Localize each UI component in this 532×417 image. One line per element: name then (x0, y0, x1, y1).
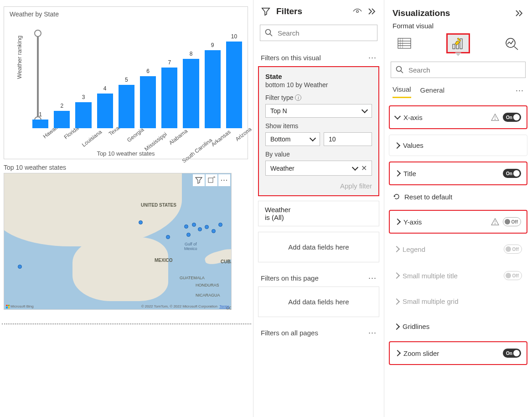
analytics-tab[interactable] (500, 33, 524, 53)
prop-xaxis-group: X-axis On (389, 105, 527, 129)
map-point[interactable] (186, 233, 191, 237)
prop-gridlines[interactable]: Gridlines (389, 316, 527, 337)
svg-point-18 (495, 119, 495, 120)
apply-filter-button[interactable]: Apply filter (265, 182, 372, 190)
filters-search[interactable] (260, 25, 377, 41)
chevron-right-icon (394, 219, 401, 225)
tab-general[interactable]: General (420, 83, 444, 98)
xaxis-toggle[interactable]: On (503, 113, 521, 122)
bar[interactable]: 6 (140, 76, 156, 128)
map-toolbar: ··· (193, 174, 230, 186)
chevron-down-icon (352, 164, 358, 170)
filter-card-weather[interactable]: Weather is (All) (258, 201, 379, 226)
bing-attribution: Microsoft Bing (6, 304, 34, 308)
clear-icon[interactable]: ✕ (361, 164, 367, 172)
prop-xaxis[interactable]: X-axis On (390, 106, 527, 128)
chart-body: Weather ranking 1Hawaii2Florida3Louisian… (15, 20, 248, 150)
filter-icon[interactable] (193, 174, 205, 186)
bar[interactable]: 4 (97, 94, 113, 128)
tab-visual[interactable]: Visual (393, 83, 411, 98)
map-point[interactable] (218, 223, 222, 227)
prop-legend: Legend Off (389, 238, 527, 260)
reset-icon (393, 193, 401, 201)
viz-mode-switcher (384, 33, 532, 60)
map-point[interactable] (18, 265, 22, 269)
chevron-down-icon (362, 107, 368, 113)
more-options-icon[interactable]: ··· (368, 53, 377, 63)
chevron-right-icon (393, 298, 400, 304)
map-point[interactable] (192, 223, 196, 227)
prop-sm-title: Small multiple title Off (389, 265, 527, 287)
zoom-toggle[interactable]: On (503, 349, 521, 358)
build-visual-tab[interactable] (393, 33, 416, 53)
map-point[interactable] (166, 235, 170, 239)
x-axis-label: Top 10 weather states (4, 150, 248, 157)
more-options-icon[interactable]: ··· (516, 86, 524, 95)
map-point[interactable] (198, 227, 202, 231)
title-toggle[interactable]: On (503, 169, 521, 178)
by-value-field[interactable]: Weather ✕ (265, 161, 372, 176)
category-label: Alabama (168, 128, 189, 146)
bar[interactable]: 7 (161, 68, 177, 128)
map-point[interactable] (139, 220, 143, 224)
add-fields-visual[interactable]: Add data fields here (258, 232, 379, 262)
chevron-right-icon (393, 323, 400, 329)
filters-all-section: Filters on all pages ··· (253, 323, 384, 341)
svg-line-14 (514, 47, 518, 50)
show-items-mode-select[interactable]: Bottom (265, 132, 320, 146)
svg-rect-0 (208, 178, 213, 182)
more-options-icon[interactable]: ··· (368, 328, 377, 338)
by-value-label: By value (265, 151, 372, 158)
viz-search[interactable] (391, 62, 526, 78)
collapse-icon[interactable] (367, 7, 377, 16)
svg-point-2 (266, 30, 271, 35)
prop-values-group: Values (389, 135, 527, 156)
svg-rect-10 (453, 44, 455, 49)
chevron-right-icon (394, 170, 401, 177)
bar-chart-visual[interactable]: Weather by State Weather ranking 1Hawaii… (4, 6, 248, 159)
filter-card-state[interactable]: State bottom 10 by Weather Filter typei … (258, 66, 379, 196)
add-fields-page[interactable]: Add data fields here (258, 287, 379, 317)
eye-icon[interactable] (353, 7, 362, 16)
yaxis-toggle[interactable]: Off (503, 217, 521, 226)
format-tabs: Visual General ··· (384, 83, 532, 100)
more-options-icon[interactable]: ··· (368, 273, 377, 283)
search-icon (396, 66, 404, 74)
category-label: Mississippi (144, 131, 168, 152)
chevron-right-icon (394, 350, 401, 356)
bar[interactable]: 9 (205, 50, 221, 128)
prop-zoom-slider[interactable]: Zoom slider On (389, 341, 527, 365)
more-options-icon[interactable]: ··· (218, 174, 230, 186)
bar[interactable]: 10 (226, 42, 242, 128)
filters-visual-section: Filters on this visual ··· (253, 47, 384, 66)
map-point[interactable] (184, 224, 188, 229)
format-visual-tab[interactable] (446, 33, 470, 53)
focus-mode-icon[interactable] (206, 174, 217, 186)
bar[interactable]: 1 (32, 120, 48, 128)
reset-to-default[interactable]: Reset to default (384, 185, 532, 205)
info-icon[interactable]: i (295, 94, 301, 101)
map-point[interactable] (212, 229, 216, 233)
prop-values[interactable]: Values (389, 135, 527, 156)
filters-pane: Filters Filters on this visual ··· State… (253, 0, 384, 417)
show-items-count-input[interactable]: 10 (324, 132, 372, 146)
prop-title-group: Title On (389, 162, 527, 185)
prop-sm-grid: Small multiple grid (389, 291, 527, 312)
filters-search-input[interactable] (278, 29, 372, 37)
map-label-us: UNITED STATES (141, 203, 176, 208)
map-label-mexico: MEXICO (155, 258, 172, 263)
map-point[interactable] (205, 225, 209, 229)
bar[interactable]: 8 (183, 59, 199, 128)
viz-search-input[interactable] (408, 66, 521, 74)
filter-type-select[interactable]: Top N (265, 104, 372, 118)
bar[interactable]: 3 (75, 102, 91, 128)
collapse-icon[interactable] (515, 9, 524, 18)
prop-yaxis[interactable]: Y-axis Off (389, 210, 527, 234)
map-copyright: © 2022 TomTom, © 2022 Microsoft Corporat… (141, 304, 229, 308)
bar[interactable]: 2 (54, 111, 70, 128)
category-label: Louisiana (81, 129, 103, 148)
bar[interactable]: 5 (119, 85, 134, 128)
chevron-right-icon (393, 246, 400, 252)
prop-title[interactable]: Title On (390, 162, 527, 184)
map-visual[interactable]: ··· UNITED STATES MEXICO Gulf of Mexico … (4, 173, 232, 310)
